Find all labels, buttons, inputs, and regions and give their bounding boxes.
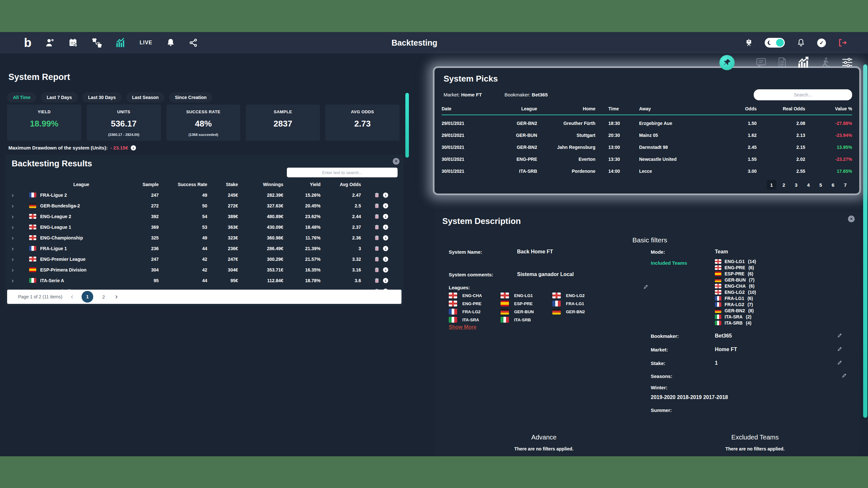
stat-card: SAMPLE 2837 (246, 104, 320, 141)
expand-row-icon[interactable] (9, 192, 20, 198)
report-period-tab[interactable]: Since Creation (169, 92, 212, 103)
picks-page-number[interactable]: 7 (840, 180, 850, 190)
delete-row-icon[interactable] (375, 203, 379, 208)
avg-odds-value: 2.36 (320, 235, 361, 240)
expand-row-icon[interactable] (9, 203, 20, 209)
winnings-value: 112.84€ (238, 278, 283, 283)
report-period-tab[interactable]: Last 30 Days (82, 92, 122, 103)
report-period-tab[interactable]: All Time (7, 92, 36, 103)
picks-page-number[interactable]: 3 (791, 180, 801, 190)
expand-row-icon[interactable] (9, 277, 20, 284)
sample-value: 272 (123, 203, 159, 208)
table-row: ENG-League 2 392 54 389€ 480.89€ 23.62% … (9, 211, 393, 222)
alerts-bell-icon[interactable] (797, 38, 806, 47)
app-window: b VS LIVE (0, 32, 868, 456)
expand-row-icon[interactable] (9, 213, 20, 219)
edit-market-icon[interactable] (837, 346, 842, 353)
table-row: ESP-Primera Division 304 42 304€ 353.71€… (9, 264, 393, 275)
delete-row-icon[interactable] (375, 267, 379, 272)
next-page-icon[interactable] (115, 293, 118, 300)
col-away: Away (639, 106, 724, 111)
sample-value: 247 (123, 257, 159, 262)
advance-filters-block: Advance There are no filters applied. (473, 434, 615, 451)
main-scrollbar[interactable] (863, 64, 867, 418)
edit-seasons-icon[interactable] (842, 373, 847, 379)
pin-button[interactable] (719, 55, 735, 70)
comments-icon[interactable] (755, 57, 767, 68)
expand-row-icon[interactable] (9, 245, 20, 252)
notes-icon[interactable] (777, 57, 788, 68)
row-info-icon[interactable] (383, 235, 388, 240)
picks-page-number[interactable]: 4 (804, 180, 813, 190)
delete-row-icon[interactable] (375, 246, 379, 251)
dark-mode-toggle[interactable] (765, 38, 785, 47)
drawdown-info-icon[interactable] (131, 145, 136, 151)
page-number[interactable]: 2 (100, 294, 107, 300)
show-more-link[interactable]: Show More (449, 324, 476, 330)
picks-page-number[interactable]: 6 (828, 180, 838, 190)
edit-stake-icon[interactable] (837, 360, 842, 366)
pick-value-pct: 13.95% (805, 145, 852, 150)
picks-page-number[interactable]: 1 (767, 180, 776, 190)
delete-row-icon[interactable] (375, 235, 379, 240)
team-count: (2) (746, 314, 751, 319)
results-close-icon[interactable] (393, 158, 400, 165)
league-chip: FRA-LG1 (552, 301, 604, 306)
description-close-icon[interactable] (848, 216, 855, 222)
expand-row-icon[interactable] (9, 235, 20, 241)
col-league: League (20, 182, 123, 187)
pick-home: Stuttgart (537, 133, 595, 138)
chart-icon[interactable] (798, 56, 810, 69)
picks-page-number[interactable]: 5 (816, 180, 826, 190)
team-code: FRA-LG1 (724, 296, 744, 301)
expand-row-icon[interactable] (9, 224, 20, 230)
row-info-icon[interactable] (383, 193, 388, 198)
delete-row-icon[interactable] (375, 278, 379, 283)
delete-row-icon[interactable] (375, 225, 379, 230)
league-name: FRA-Ligue 1 (40, 246, 67, 251)
row-info-icon[interactable] (383, 225, 388, 230)
included-team: ENG-PRE (6) (715, 265, 756, 270)
pin-icon (723, 58, 732, 67)
system-name-value: Back Home FT (517, 249, 553, 255)
edit-bookmaker-icon[interactable] (837, 333, 842, 339)
row-info-icon[interactable] (383, 214, 388, 219)
included-team: ENG-LG1 (14) (715, 259, 756, 264)
row-info-icon[interactable] (383, 257, 388, 262)
pick-real-odds: 2.08 (756, 121, 805, 126)
delete-row-icon[interactable] (375, 214, 379, 219)
stat-label: AVG ODDS (326, 109, 400, 114)
pick-real-odds: 2.13 (756, 133, 805, 138)
success-rate-value: 42 (159, 267, 207, 272)
delete-row-icon[interactable] (375, 257, 379, 262)
picks-search-input[interactable] (754, 89, 852, 100)
report-period-tab[interactable]: Last Season (126, 92, 164, 103)
league-chip: GER-BN2 (552, 309, 604, 315)
picks-page-number[interactable]: 2 (779, 180, 789, 190)
presentation-icon[interactable] (745, 38, 753, 47)
edit-leagues-icon[interactable] (643, 284, 649, 291)
filters-icon[interactable] (841, 57, 853, 68)
league-flag (449, 317, 457, 323)
left-panel-scrollbar[interactable] (405, 93, 409, 158)
page-number[interactable]: 1 (82, 291, 93, 302)
pick-date: 29/01/2021 (442, 133, 484, 138)
expand-row-icon[interactable] (9, 256, 20, 262)
expand-row-icon[interactable] (9, 267, 20, 273)
row-info-icon[interactable] (383, 246, 388, 251)
prev-page-icon[interactable] (71, 293, 73, 300)
row-info-icon[interactable] (383, 203, 388, 208)
row-info-icon[interactable] (383, 278, 388, 283)
pick-real-odds: 2.55 (756, 169, 805, 174)
player-icon[interactable] (819, 57, 832, 68)
included-team: ENG-LG2 (10) (715, 290, 756, 295)
logout-icon[interactable] (838, 38, 847, 47)
delete-row-icon[interactable] (375, 193, 379, 198)
pick-away: Erzgebirge Aue (639, 121, 724, 126)
verified-icon[interactable] (817, 38, 826, 47)
stake-value: 245€ (207, 193, 238, 198)
results-search-input[interactable] (287, 168, 398, 177)
report-period-tab[interactable]: Last 7 Days (41, 92, 78, 103)
yield-value: 21.57% (283, 257, 320, 262)
row-info-icon[interactable] (383, 267, 388, 272)
